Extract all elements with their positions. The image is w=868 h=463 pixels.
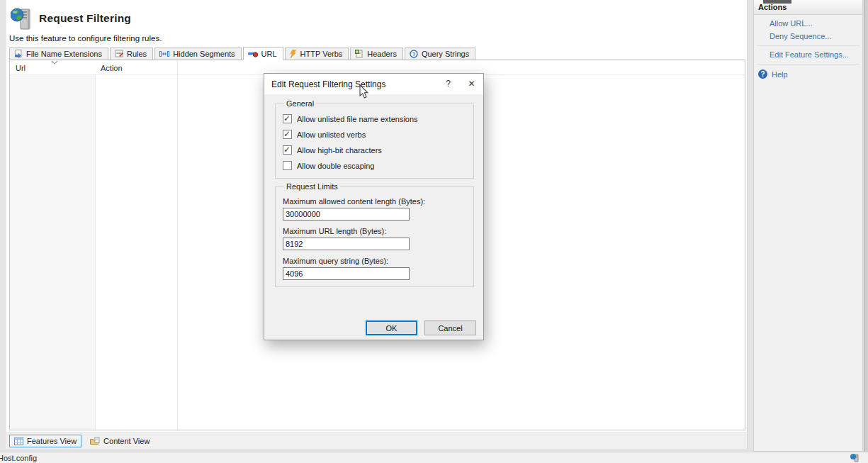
tab-label: Hidden Segments — [173, 50, 235, 58]
content-view-icon — [90, 437, 100, 445]
tab-label: HTTP Verbs — [300, 50, 343, 58]
status-config-text: Host.config — [0, 454, 37, 462]
max-content-length-input[interactable] — [283, 208, 410, 221]
allow-double-escaping-checkbox[interactable] — [283, 161, 292, 170]
tab-file-name-extensions[interactable]: File Name Extensions — [9, 48, 108, 60]
column-separator — [177, 60, 178, 430]
help-icon: ? — [758, 69, 767, 79]
tab-label: Rules — [127, 50, 147, 58]
tab-label: Headers — [367, 50, 397, 58]
action-deny-sequence[interactable]: Deny Sequence... — [770, 32, 858, 40]
max-url-length-label: Maximum URL length (Bytes): — [283, 227, 466, 235]
checkbox-row: Allow double escaping — [283, 161, 466, 170]
dialog-help-button[interactable]: ? — [436, 74, 460, 94]
request-limits-group: Request Limits Maximum allowed content l… — [275, 182, 474, 287]
general-group: General Allow unlisted file name extensi… — [275, 99, 474, 179]
request-limits-legend: Request Limits — [284, 182, 340, 191]
checkbox-label: Allow high-bit characters — [297, 146, 382, 155]
allow-high-bit-characters-checkbox[interactable] — [283, 145, 292, 155]
page-description: Use this feature to configure filtering … — [9, 34, 162, 43]
max-content-length-label: Maximum allowed content length (Bytes): — [283, 197, 466, 206]
content-view-tab[interactable]: Content View — [86, 435, 154, 447]
column-header-url[interactable]: Url — [16, 64, 26, 72]
dialog-titlebar[interactable]: Edit Request Filtering Settings ? ✕ — [264, 74, 483, 94]
tab-url[interactable]: URL — [243, 47, 283, 60]
window-right-edge — [864, 0, 868, 463]
checkbox-row: Allow unlisted file name extensions — [283, 114, 466, 123]
features-view-icon — [14, 437, 23, 445]
max-query-string-label: Maximum query string (Bytes): — [283, 257, 466, 265]
tab-strip: File Name Extensions Rules Hidden Segmen… — [9, 47, 744, 60]
checkbox-label: Allow unlisted verbs — [297, 130, 366, 139]
svg-text:?: ? — [412, 51, 416, 57]
status-bar: Host.config — [0, 452, 868, 463]
tab-label: URL — [261, 50, 277, 58]
max-url-length-input[interactable] — [283, 238, 410, 250]
dialog-close-button[interactable]: ✕ — [460, 74, 483, 94]
edit-request-filtering-dialog: Edit Request Filtering Settings ? ✕ Gene… — [264, 73, 484, 340]
allow-unlisted-extensions-checkbox[interactable] — [283, 114, 292, 123]
request-filtering-icon — [11, 7, 33, 31]
column-header-action[interactable]: Action — [101, 64, 123, 72]
hidden-segments-icon — [159, 50, 169, 57]
actions-panel: Actions Allow URL... Deny Sequence... Ed… — [753, 0, 863, 452]
tab-label: File Name Extensions — [26, 50, 102, 58]
cancel-button[interactable]: Cancel — [424, 320, 476, 335]
page-title: Request Filtering — [39, 12, 131, 25]
tab-rules[interactable]: Rules — [110, 48, 153, 60]
rules-icon — [115, 50, 123, 58]
checkbox-row: Allow high-bit characters — [283, 145, 466, 155]
tab-http-verbs[interactable]: HTTP Verbs — [285, 48, 349, 60]
help-label: Help — [772, 70, 788, 79]
sort-indicator-icon — [51, 60, 58, 65]
view-switcher: Features View Content View — [6, 433, 747, 449]
action-allow-url[interactable]: Allow URL... — [770, 19, 858, 28]
tab-headers[interactable]: Headers — [350, 48, 403, 60]
tab-query-strings[interactable]: ? Query Strings — [405, 48, 475, 60]
checkbox-label: Allow double escaping — [297, 162, 374, 170]
features-view-label: Features View — [27, 437, 77, 445]
actions-separator — [757, 64, 859, 65]
headers-icon — [355, 50, 363, 58]
action-help[interactable]: ? Help — [758, 69, 858, 79]
checkbox-label: Allow unlisted file name extensions — [297, 115, 418, 123]
question-circle-icon: ? — [410, 50, 418, 58]
features-view-tab[interactable]: Features View — [9, 435, 81, 447]
actions-separator — [757, 45, 859, 46]
ok-button[interactable]: OK — [366, 320, 417, 335]
window-chrome-artifact — [763, 0, 791, 4]
iis-status-icon — [850, 453, 859, 462]
general-group-legend: General — [284, 99, 316, 108]
file-name-extensions-icon — [14, 50, 23, 58]
tab-label: Query Strings — [422, 50, 469, 58]
lightning-icon — [290, 50, 297, 58]
allow-unlisted-verbs-checkbox[interactable] — [283, 130, 292, 139]
url-icon — [248, 50, 258, 57]
content-view-label: Content View — [103, 437, 150, 445]
dialog-title: Edit Request Filtering Settings — [264, 79, 436, 89]
tab-hidden-segments[interactable]: Hidden Segments — [154, 48, 241, 60]
max-query-string-input[interactable] — [283, 267, 410, 280]
sorted-column-shade — [10, 75, 96, 430]
action-edit-feature-settings[interactable]: Edit Feature Settings... — [770, 50, 858, 59]
checkbox-row: Allow unlisted verbs — [283, 130, 466, 139]
